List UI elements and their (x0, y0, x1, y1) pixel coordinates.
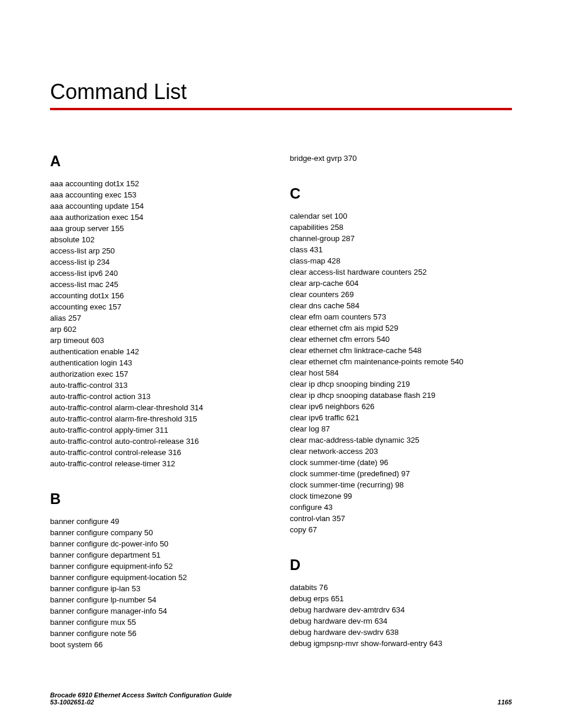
index-entry: clear host 584 (290, 367, 512, 378)
index-entry: access-list ipv6 240 (50, 268, 272, 279)
footer: Brocade 6910 Ethernet Access Switch Conf… (50, 691, 512, 706)
columns: Aaaa accounting dot1x 152aaa accounting … (50, 153, 512, 671)
page: Command List Aaaa accounting dot1x 152aa… (0, 0, 562, 728)
index-entry: accounting dot1x 156 (50, 290, 272, 301)
index-entry: auto-traffic-control apply-timer 311 (50, 424, 272, 436)
index-entry: databits 76 (290, 582, 512, 593)
index-entry: authentication enable 142 (50, 346, 272, 357)
index-entry: clear network-access 203 (290, 446, 512, 457)
index-entry: authentication login 143 (50, 357, 272, 368)
index-entry: control-vlan 357 (290, 513, 512, 524)
index-entry: boot system 66 (50, 639, 272, 650)
index-entry: clock timezone 99 (290, 490, 512, 502)
index-entry: banner configure manager-info 54 (50, 605, 272, 617)
index-entry: class-map 428 (290, 255, 512, 266)
index-entry: clear ethernet cfm linktrace-cache 548 (290, 345, 512, 356)
index-entry: channel-group 287 (290, 233, 512, 244)
index-entry: clear ip dhcp snooping binding 219 (290, 378, 512, 390)
index-entry: debug erps 651 (290, 593, 512, 604)
index-entry: clear dns cache 584 (290, 300, 512, 311)
index-entry: banner configure company 50 (50, 527, 272, 538)
index-entry: auto-traffic-control alarm-clear-thresho… (50, 402, 272, 413)
index-entry: bridge-ext gvrp 370 (290, 153, 512, 164)
index-entry: auto-traffic-control control-release 316 (50, 447, 272, 458)
index-entry: copy 67 (290, 524, 512, 535)
index-entry: clock summer-time (predefined) 97 (290, 468, 512, 479)
index-entry: configure 43 (290, 502, 512, 513)
index-entry: clear ethernet cfm errors 540 (290, 334, 512, 345)
index-entry: banner configure 49 (50, 516, 272, 527)
index-entry: absolute 102 (50, 234, 272, 245)
index-section: Aaaa accounting dot1x 152aaa accounting … (50, 153, 272, 469)
section-head: A (50, 153, 272, 170)
index-entry: banner configure lp-number 54 (50, 594, 272, 605)
index-entry: auto-traffic-control 313 (50, 380, 272, 391)
index-entry: clear ethernet cfm ais mpid 529 (290, 322, 512, 334)
index-entry: clear counters 269 (290, 289, 512, 300)
index-entry: debug hardware dev-amtrdrv 634 (290, 604, 512, 615)
index-section: Bbanner configure 49banner configure com… (50, 490, 272, 650)
index-entry: class 431 (290, 244, 512, 255)
index-entry: clear access-list hardware counters 252 (290, 266, 512, 278)
index-entry: access-list mac 245 (50, 279, 272, 290)
index-section: Ccalendar set 100capabilities 258channel… (290, 185, 512, 535)
index-entry: debug igmpsnp-mvr show-forward-entry 643 (290, 638, 512, 649)
index-entry: auto-traffic-control release-timer 312 (50, 458, 272, 469)
index-entry: debug hardware dev-swdrv 638 (290, 627, 512, 638)
index-entry: authorization exec 157 (50, 368, 272, 380)
index-entry: aaa accounting exec 153 (50, 189, 272, 200)
index-entry: auto-traffic-control auto-control-releas… (50, 436, 272, 447)
footer-left: Brocade 6910 Ethernet Access Switch Conf… (50, 691, 232, 706)
index-entry: banner configure equipment-location 52 (50, 572, 272, 583)
index-entry: clear ip dhcp snooping database flash 21… (290, 390, 512, 401)
index-entry: arp 602 (50, 324, 272, 335)
index-entry: aaa accounting dot1x 152 (50, 178, 272, 189)
left-column: Aaaa accounting dot1x 152aaa accounting … (50, 153, 272, 671)
index-entry: clear mac-address-table dynamic 325 (290, 434, 512, 446)
footer-line1: Brocade 6910 Ethernet Access Switch Conf… (50, 691, 232, 699)
title-rule (50, 108, 512, 110)
index-entry: aaa accounting update 154 (50, 200, 272, 212)
index-entry: clear ethernet cfm maintenance-points re… (290, 356, 512, 367)
index-entry: capabilities 258 (290, 222, 512, 233)
index-entry: banner configure ip-lan 53 (50, 583, 272, 594)
index-entry: access-list arp 250 (50, 245, 272, 256)
index-entry: access-list ip 234 (50, 256, 272, 268)
index-entry: banner configure dc-power-info 50 (50, 538, 272, 549)
index-entry: clear efm oam counters 573 (290, 311, 512, 322)
index-entry: aaa authorization exec 154 (50, 212, 272, 223)
section-head: B (50, 490, 272, 508)
index-entry: clear arp-cache 604 (290, 278, 512, 289)
footer-line2: 53-1002651-02 (50, 699, 232, 706)
footer-pagenum: 1165 (498, 699, 512, 706)
index-entry: clear ipv6 traffic 621 (290, 412, 512, 423)
index-entry: calendar set 100 (290, 210, 512, 222)
index-entry: alias 257 (50, 312, 272, 324)
section-head: C (290, 185, 512, 202)
index-section: Ddatabits 76debug erps 651debug hardware… (290, 556, 512, 649)
right-column: bridge-ext gvrp 370Ccalendar set 100capa… (290, 153, 512, 671)
index-entry: auto-traffic-control action 313 (50, 391, 272, 402)
index-entry: banner configure note 56 (50, 628, 272, 639)
index-entry: auto-traffic-control alarm-fire-threshol… (50, 413, 272, 424)
index-entry: arp timeout 603 (50, 335, 272, 346)
index-entry: banner configure mux 55 (50, 617, 272, 628)
section-head: D (290, 556, 512, 574)
index-entry: debug hardware dev-rm 634 (290, 615, 512, 627)
index-entry: clock summer-time (recurring) 98 (290, 479, 512, 490)
index-entry: clear ipv6 neighbors 626 (290, 401, 512, 412)
index-entry: aaa group server 155 (50, 223, 272, 234)
index-entry: clock summer-time (date) 96 (290, 457, 512, 468)
page-title: Command List (50, 80, 512, 104)
index-entry: banner configure department 51 (50, 549, 272, 561)
index-entry: accounting exec 157 (50, 301, 272, 312)
index-entry: clear log 87 (290, 423, 512, 434)
index-entry: banner configure equipment-info 52 (50, 561, 272, 572)
